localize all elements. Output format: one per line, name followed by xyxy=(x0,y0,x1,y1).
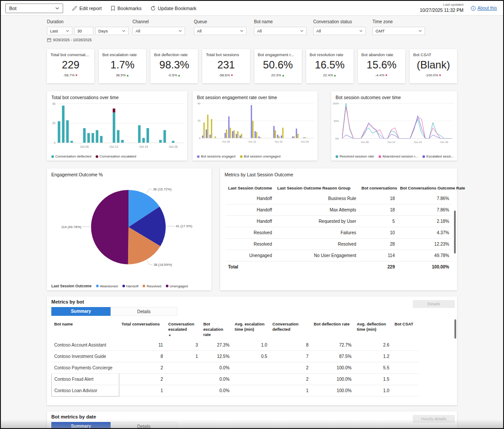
chevron-down-icon xyxy=(179,30,182,32)
legend-item[interactable]: Conversation escalated xyxy=(96,154,136,158)
legend-title: Last Session Outcome xyxy=(51,284,92,288)
table-row[interactable]: Contoso Payments Concierge20.0%2100.0%5.… xyxy=(52,362,419,374)
trend-up-icon: ▲ xyxy=(282,74,285,77)
chevron-down-icon xyxy=(55,7,59,10)
legend-item[interactable]: Bot session unengaged xyxy=(240,154,281,158)
tab-summary[interactable]: Summary xyxy=(51,422,111,429)
column-header[interactable]: Bot conversations xyxy=(359,183,397,193)
kpi-delta: -0.5%▲ xyxy=(154,73,194,77)
svg-text:0: 0 xyxy=(199,137,201,139)
bot-name-cell: Contoso Loan Advisor xyxy=(52,385,119,397)
legend-item[interactable]: Bot sessions engaged xyxy=(197,154,236,158)
table-row[interactable]: Contoso Account Assistant11327.3%1.0872.… xyxy=(52,340,419,351)
legend-item[interactable]: Abandoned session r... xyxy=(379,154,418,158)
kpi-card[interactable]: Bot abandon rate15.6%-4.4%▼ xyxy=(358,49,405,83)
svg-text:20: 20 xyxy=(197,119,200,122)
scrollbar-thumb[interactable] xyxy=(454,319,456,339)
chart-legend: Last Session OutcomeAbandonedHandoffReso… xyxy=(51,284,210,288)
queue-dropdown[interactable]: All xyxy=(194,27,247,35)
bar-chart-engagement[interactable]: 02040Oct 05Oct 12Oct 19Oct 26 xyxy=(193,101,318,146)
legend-item[interactable]: Escalated sessi... xyxy=(422,154,454,158)
tab-details[interactable]: Details xyxy=(111,307,177,316)
conversation-status-dropdown[interactable]: All xyxy=(313,27,366,35)
legend-dot xyxy=(336,155,338,158)
pie-slice-unengaged[interactable] xyxy=(91,190,129,265)
scrollbar-thumb[interactable] xyxy=(454,211,456,254)
column-header[interactable]: Avg. deflection time (min) xyxy=(354,319,392,340)
duration-period-dropdown[interactable]: Last xyxy=(47,27,72,35)
update-bookmark-button[interactable]: Update Bookmark xyxy=(150,6,197,11)
kpi-card[interactable]: Bot resolution rate16.5%22.4%▲ xyxy=(306,49,354,83)
bot-name-cell: Contoso Fraud Alert xyxy=(52,374,119,385)
table-row[interactable]: HandoffRequested by User52.18% xyxy=(225,216,452,227)
pie-chart-engagement-outcome[interactable]: 36 (15.72%)41 (17.9%)38 (16.59%)114 (49.… xyxy=(47,178,211,272)
table-row[interactable]: Contoso Investment Guide8112.5%0.5787.5%… xyxy=(52,351,419,362)
column-header[interactable]: Avg. escalation time (min) xyxy=(232,319,270,340)
kpi-card[interactable]: Bot CSAT(Blank)-100.0%▼ xyxy=(410,49,457,83)
kpi-label: Bot engagement r... xyxy=(258,52,298,57)
legend-item[interactable]: Resolved session rate xyxy=(336,154,374,158)
tab-details[interactable]: Details xyxy=(111,422,177,429)
table-row[interactable]: Contoso Fraud Alert20.0%2100.0%1.5 xyxy=(52,374,419,385)
svg-text:Oct 19: Oct 19 xyxy=(139,145,148,148)
bookmarks-button[interactable]: Bookmarks xyxy=(111,6,142,11)
table-row[interactable]: Contoso Loan Advisor10.0%1100.0%1.0 xyxy=(52,385,419,397)
column-header[interactable]: Last Session Outcome Reason Group xyxy=(275,183,359,193)
kpi-card[interactable]: Bot escalation rate1.7%38.5%▲ xyxy=(99,49,146,83)
kpi-value: 231 xyxy=(206,59,246,71)
kpi-label: Bot abandon rate xyxy=(361,52,402,57)
column-header[interactable]: Last Session Outcome xyxy=(225,183,275,193)
table-row[interactable]: UnengagedNo User Engagement11449.78% xyxy=(225,250,452,261)
column-header[interactable]: Bot escalation rate xyxy=(200,319,232,340)
bot-name-dropdown[interactable]: All xyxy=(254,27,307,35)
about-link[interactable]: About this xyxy=(471,6,497,11)
sort-descending-icon[interactable]: ▼ xyxy=(168,333,198,337)
kpi-label: Total bot conversat... xyxy=(50,52,91,57)
legend-dot xyxy=(240,155,243,158)
legend-dot xyxy=(96,285,99,287)
bar-chart-conversations[interactable]: 02040Oct 05Oct 12Oct 19Oct 26 xyxy=(47,101,187,152)
svg-text:38 (16.59%): 38 (16.59%) xyxy=(154,263,172,267)
kpi-value: 98.3% xyxy=(154,59,194,71)
trend-up-icon: ▲ xyxy=(126,74,129,77)
edit-report-button[interactable]: Edit report xyxy=(72,6,102,11)
trend-down-icon: ▼ xyxy=(230,74,233,77)
kpi-card[interactable]: Bot deflection rate98.3%-0.5%▲ xyxy=(150,49,198,83)
channel-dropdown[interactable]: All xyxy=(132,27,185,35)
svg-text:Oct 12: Oct 12 xyxy=(387,141,395,143)
kpi-value: 16.5% xyxy=(310,59,350,71)
table-row[interactable]: HandoffMax Attempts187.86% xyxy=(225,204,452,216)
chevron-down-icon xyxy=(66,30,69,32)
table-row[interactable]: ResolvedResolved2812.23% xyxy=(225,239,452,250)
column-header[interactable]: Total conversations xyxy=(119,319,165,340)
duration-unit-dropdown[interactable]: Days xyxy=(95,27,129,35)
trend-down-icon: ▼ xyxy=(439,74,442,77)
tab-summary[interactable]: Summary xyxy=(51,307,111,316)
time-zone-dropdown[interactable]: GMT xyxy=(372,27,425,35)
column-header[interactable]: Conversation escalated▼ xyxy=(166,319,201,340)
duration-amount-input[interactable]: 30 xyxy=(74,27,93,35)
legend-item[interactable]: Handoff xyxy=(122,284,139,288)
line-chart-outcomes[interactable]: 0%50%100%Oct 05Oct 12Oct 19Oct 26 xyxy=(331,101,457,147)
kpi-card[interactable]: Bot engagement r...50.6%20.3%▲ xyxy=(254,49,302,83)
details-button[interactable]: Details xyxy=(413,300,455,308)
column-header[interactable]: Bot Conversations Outcome Rate xyxy=(397,183,452,193)
legend-item[interactable]: Resolved xyxy=(143,284,161,288)
filter-bar: Duration Last 30 Days 9/29/2025 - 10/28/… xyxy=(47,19,477,46)
svg-text:Oct 26: Oct 26 xyxy=(301,140,309,143)
column-header[interactable]: Conversation deflected xyxy=(270,319,311,340)
legend-item[interactable]: Conversation deflected xyxy=(51,154,91,158)
column-header[interactable]: Bot CSAT xyxy=(392,319,419,340)
kpi-card[interactable]: Total bot conversat...229-58.7%▼ xyxy=(47,49,94,83)
table-row[interactable]: HandoffBusiness Rule187.86% xyxy=(225,193,452,204)
kpi-delta: 20.3%▲ xyxy=(258,73,298,77)
kpi-card[interactable]: Total bot sessions231-58.6%▼ xyxy=(202,49,250,83)
section-title: Bot metrics by date xyxy=(47,414,457,419)
legend-item[interactable]: Abandoned xyxy=(96,284,118,288)
column-header[interactable]: Bot name xyxy=(52,319,119,340)
column-header[interactable]: Bot deflection rate xyxy=(311,319,354,340)
report-selector[interactable]: Bot xyxy=(5,4,63,13)
hourly-details-button[interactable]: Hourly details xyxy=(413,415,455,423)
table-row[interactable]: ResolvedFailures104.37% xyxy=(225,227,452,239)
legend-item[interactable]: Unengaged xyxy=(166,284,188,288)
